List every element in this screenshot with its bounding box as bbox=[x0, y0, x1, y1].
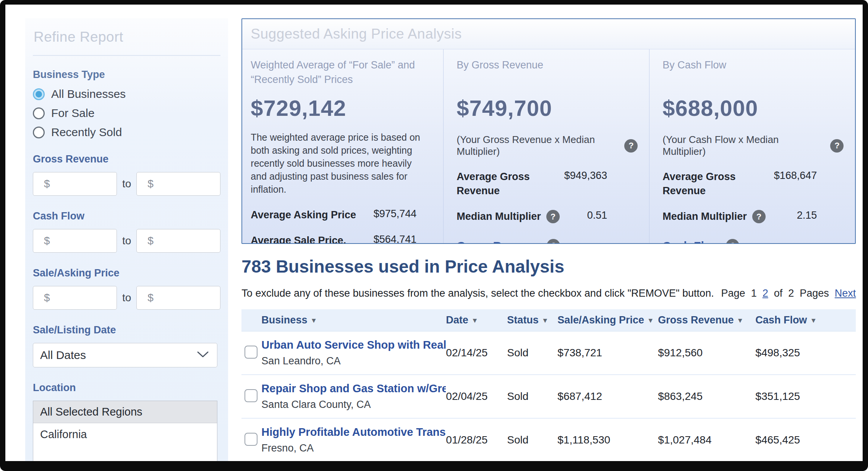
sort-icon: ▾ bbox=[543, 316, 547, 325]
cell-date: 01/28/25 bbox=[446, 434, 507, 446]
cash-flow-min-input[interactable] bbox=[33, 229, 117, 253]
range-separator: to bbox=[122, 292, 131, 304]
help-icon[interactable]: ? bbox=[726, 239, 739, 244]
gross-revenue-input-label: Gross Revenue bbox=[457, 239, 541, 244]
median-multiplier-value: 0.51 bbox=[587, 210, 607, 221]
column-header-date[interactable]: Date ▾ bbox=[446, 314, 507, 326]
column-header-business[interactable]: Business ▾ bbox=[261, 314, 446, 326]
column-header-status[interactable]: Status ▾ bbox=[507, 314, 557, 326]
column-header-cash-flow[interactable]: Cash Flow ▾ bbox=[755, 314, 856, 326]
sale-listing-date-filter: Sale/Listing Date All Dates bbox=[33, 324, 220, 367]
cash-flow-max-input[interactable] bbox=[136, 229, 220, 253]
page: Refine Report Business Type All Business… bbox=[5, 5, 863, 461]
radio-recently-sold[interactable]: Recently Sold bbox=[33, 126, 220, 139]
help-icon[interactable]: ? bbox=[624, 139, 638, 153]
column-header-gross-revenue[interactable]: Gross Revenue ▾ bbox=[658, 314, 755, 326]
weighted-average-price: $729,142 bbox=[251, 95, 432, 121]
avg-gross-revenue-value: $168,647 bbox=[774, 170, 817, 182]
by-gross-revenue-heading: By Gross Revenue bbox=[457, 58, 621, 88]
cell-sale-asking-price: $738,721 bbox=[557, 347, 658, 359]
main-content: Suggested Asking Price Analysis Weighted… bbox=[241, 18, 856, 461]
location-group-header[interactable]: All Selected Regions bbox=[33, 401, 217, 423]
sale-asking-price-min-input[interactable] bbox=[33, 286, 117, 310]
pagination-next-link[interactable]: Next bbox=[835, 287, 856, 299]
location-filter: Location All Selected Regions California bbox=[33, 382, 220, 461]
pagination-page-2-link[interactable]: 2 bbox=[763, 287, 768, 299]
pagination: Page 1 2 of 2 Pages Next bbox=[721, 287, 856, 299]
help-icon[interactable]: ? bbox=[830, 139, 844, 153]
sale-asking-price-max-input[interactable] bbox=[136, 286, 220, 310]
column-header-sale-asking-price[interactable]: Sale/Asking Price ▾ bbox=[557, 314, 658, 326]
table-row: Repair Shop and Gas Station w/Great... S… bbox=[241, 375, 856, 419]
sale-asking-price-filter-label: Sale/Asking Price bbox=[33, 267, 220, 279]
average-sale-price-value: $564,741 bbox=[374, 234, 417, 244]
median-multiplier-value: 2.15 bbox=[797, 210, 817, 221]
cell-status: Sold bbox=[507, 390, 557, 403]
location-option-california[interactable]: California bbox=[33, 423, 217, 446]
weighted-average-heading: Weighted Average of “For Sale” and “Rece… bbox=[251, 58, 415, 88]
cell-cash-flow: $465,425 bbox=[755, 434, 856, 446]
radio-for-sale-label: For Sale bbox=[51, 107, 94, 120]
avg-gross-revenue-label: Average Gross Revenue bbox=[662, 170, 774, 198]
cell-sale-asking-price: $687,412 bbox=[557, 390, 658, 403]
median-multiplier-label: Median Multiplier bbox=[457, 210, 541, 224]
sale-listing-date-label: Sale/Listing Date bbox=[33, 324, 220, 336]
range-separator: to bbox=[122, 178, 131, 190]
help-icon[interactable]: ? bbox=[752, 210, 766, 223]
sale-listing-date-value: All Dates bbox=[40, 349, 86, 362]
results-heading: 783 Businesses used in Price Analysis bbox=[241, 256, 856, 277]
business-type-label: Business Type bbox=[33, 69, 220, 81]
help-icon[interactable]: ? bbox=[547, 239, 560, 244]
sort-icon: ▾ bbox=[738, 316, 742, 325]
businesses-table: Business ▾ Date ▾ Status ▾ Sale/Asking P… bbox=[241, 309, 856, 461]
by-gross-revenue-column: By Gross Revenue $749,700 (Your Gross Re… bbox=[443, 49, 649, 244]
business-link[interactable]: Repair Shop and Gas Station w/Great... bbox=[261, 382, 446, 395]
table-row: Urban Auto Service Shop with Real Es... … bbox=[241, 331, 856, 375]
cash-flow-formula: (Your Cash Flow x Median Multiplier) bbox=[662, 134, 824, 158]
average-asking-price-value: $975,744 bbox=[374, 208, 417, 220]
avg-gross-revenue-label: Average Gross Revenue bbox=[457, 170, 564, 198]
gross-revenue-filter-label: Gross Revenue bbox=[33, 153, 220, 165]
sidebar-divider bbox=[33, 55, 220, 56]
by-cash-flow-heading: By Cash Flow bbox=[662, 58, 827, 88]
cell-gross-revenue: $863,245 bbox=[658, 390, 755, 403]
sort-icon: ▾ bbox=[649, 316, 653, 325]
refine-report-title: Refine Report bbox=[33, 29, 220, 45]
sort-icon: ▾ bbox=[811, 316, 815, 325]
cell-status: Sold bbox=[507, 347, 557, 359]
weighted-average-description: The weighted average price is based on b… bbox=[251, 131, 423, 196]
location-listbox: All Selected Regions California bbox=[33, 401, 217, 461]
pagination-of-label: of bbox=[774, 287, 783, 299]
suggested-asking-price-panel: Suggested Asking Price Analysis Weighted… bbox=[241, 18, 856, 244]
gross-revenue-min-input[interactable] bbox=[33, 172, 117, 196]
pagination-current-page: 1 bbox=[751, 287, 757, 299]
panel-title: Suggested Asking Price Analysis bbox=[251, 26, 462, 42]
sale-listing-date-select[interactable]: All Dates bbox=[33, 343, 217, 367]
radio-all-businesses[interactable]: All Businesses bbox=[33, 88, 220, 101]
cash-flow-filter: Cash Flow to bbox=[33, 210, 220, 253]
row-checkbox[interactable] bbox=[245, 389, 257, 402]
business-link[interactable]: Urban Auto Service Shop with Real Es... bbox=[261, 339, 446, 351]
radio-recently-sold-input[interactable] bbox=[33, 127, 45, 138]
business-link[interactable]: Highly Profitable Automotive Transmi... bbox=[261, 426, 446, 439]
cash-flow-filter-label: Cash Flow bbox=[33, 210, 220, 222]
help-icon[interactable]: ? bbox=[546, 210, 560, 223]
cell-date: 02/14/25 bbox=[446, 347, 507, 359]
cell-gross-revenue: $912,560 bbox=[658, 347, 755, 359]
row-checkbox[interactable] bbox=[245, 433, 257, 446]
business-location: Santa Clara County, CA bbox=[261, 399, 446, 411]
gross-revenue-formula: (Your Gross Revenue x Median Multiplier) bbox=[457, 134, 618, 158]
radio-recently-sold-label: Recently Sold bbox=[51, 126, 122, 139]
business-location: San Leandro, CA bbox=[261, 355, 446, 367]
radio-all-businesses-input[interactable] bbox=[33, 88, 45, 100]
avg-gross-revenue-value: $949,363 bbox=[564, 170, 607, 182]
cell-cash-flow: $351,125 bbox=[755, 390, 856, 403]
location-label: Location bbox=[33, 382, 220, 394]
radio-for-sale[interactable]: For Sale bbox=[33, 107, 220, 120]
gross-revenue-filter: Gross Revenue to bbox=[33, 153, 220, 196]
radio-for-sale-input[interactable] bbox=[33, 107, 45, 119]
weighted-average-column: Weighted Average of “For Sale” and “Rece… bbox=[242, 49, 443, 244]
business-location: Fresno, CA bbox=[261, 442, 446, 454]
row-checkbox[interactable] bbox=[245, 346, 257, 359]
gross-revenue-max-input[interactable] bbox=[136, 172, 220, 196]
